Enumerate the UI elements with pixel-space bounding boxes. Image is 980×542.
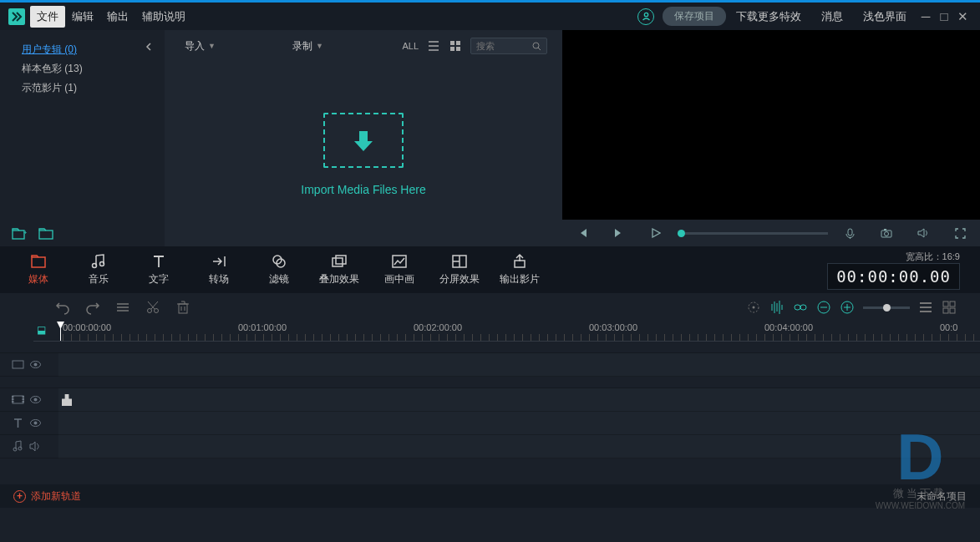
link-icon[interactable] <box>793 300 808 315</box>
messages-link[interactable]: 消息 <box>811 9 853 24</box>
ruler-time-0: 00:00:00:00 <box>63 322 111 332</box>
layout2-icon[interactable] <box>942 300 957 315</box>
search-input[interactable] <box>476 41 532 51</box>
tool-text[interactable]: 文字 <box>129 253 189 286</box>
delete-icon[interactable] <box>175 300 190 315</box>
media-dropzone[interactable]: Import Media Files Here <box>165 62 562 246</box>
tool-split[interactable]: 分屏效果 <box>429 253 490 286</box>
record-button[interactable]: 录制▼ <box>287 39 328 53</box>
light-ui-link[interactable]: 浅色界面 <box>853 9 917 24</box>
user-icon[interactable] <box>637 8 654 25</box>
track-lane-audio[interactable] <box>58 435 980 458</box>
tool-music[interactable]: 音乐 <box>69 253 129 286</box>
playhead-marker-icon[interactable]: ⬓ <box>37 324 46 336</box>
sidebar-item-user-album[interactable]: 用户专辑 (0) <box>0 40 165 59</box>
prev-frame-button[interactable] <box>572 223 592 243</box>
media-browser: 导入▼ 录制▼ ALL Import Media Files Here <box>165 30 562 246</box>
track-lane-text[interactable] <box>58 412 980 435</box>
mic-icon[interactable] <box>840 223 860 243</box>
zoom-slider[interactable] <box>863 306 910 309</box>
svg-rect-42 <box>950 308 955 313</box>
timecode-display: 00:00:00.00 <box>827 263 960 290</box>
sidebar-item-sample-colors[interactable]: 样本色彩 (13) <box>0 59 165 79</box>
save-button[interactable]: 保存项目 <box>663 7 726 26</box>
menu-output[interactable]: 输出 <box>100 6 135 28</box>
playhead[interactable] <box>60 322 61 341</box>
menu-file[interactable]: 文件 <box>30 6 65 28</box>
track-lane-video2[interactable] <box>58 388 980 412</box>
svg-rect-29 <box>179 304 187 313</box>
tool-pip[interactable]: 画中画 <box>369 253 429 286</box>
close-button[interactable]: ✕ <box>953 9 972 24</box>
zoom-out-icon[interactable] <box>816 300 831 315</box>
svg-rect-4 <box>450 41 454 45</box>
svg-point-31 <box>753 306 755 309</box>
svg-rect-10 <box>848 229 852 236</box>
svg-point-16 <box>100 262 104 266</box>
track-head-text[interactable] <box>0 412 58 435</box>
eye-icon[interactable] <box>29 358 42 371</box>
sidebar-back-button[interactable] <box>141 39 156 54</box>
track-head-video2[interactable] <box>0 388 58 412</box>
timeline-ruler[interactable]: ⬓ 00:00:00:00 00:01:00:00 00:02:00:00 00… <box>33 322 980 342</box>
svg-rect-33 <box>800 305 806 310</box>
list-view-icon[interactable] <box>427 39 440 53</box>
grid-view-icon[interactable] <box>449 39 462 53</box>
minimize-button[interactable]: ─ <box>917 9 935 23</box>
svg-rect-13 <box>884 229 886 230</box>
tool-filter[interactable]: 滤镜 <box>249 253 309 286</box>
track-head-audio[interactable] <box>0 435 58 458</box>
aspect-ratio-value: 16:9 <box>942 251 960 261</box>
zoom-in-icon[interactable] <box>840 300 855 315</box>
menu-help[interactable]: 辅助说明 <box>135 6 192 28</box>
svg-point-45 <box>34 363 38 367</box>
waveform-icon[interactable] <box>769 300 785 315</box>
sidebar-item-sample-videos[interactable]: 示范影片 (1) <box>0 79 165 98</box>
next-frame-button[interactable] <box>609 223 629 243</box>
menu-edit[interactable]: 编辑 <box>65 6 100 28</box>
video-track-icon <box>12 358 24 371</box>
folder-icon[interactable] <box>38 226 53 241</box>
svg-rect-32 <box>795 305 800 310</box>
camera-icon[interactable] <box>876 223 896 243</box>
filter-all[interactable]: ALL <box>402 41 419 51</box>
track-lane-video1[interactable] <box>58 353 980 377</box>
new-folder-icon[interactable]: + <box>12 226 27 241</box>
svg-rect-39 <box>943 301 948 306</box>
import-button[interactable]: 导入▼ <box>180 39 221 53</box>
redo-icon[interactable] <box>85 300 100 315</box>
search-box[interactable] <box>470 38 547 54</box>
tool-export[interactable]: 输出影片 <box>490 253 550 286</box>
fullscreen-icon[interactable] <box>950 223 970 243</box>
audio-track-icon <box>12 440 24 453</box>
add-track-button[interactable]: + 添加新轨道 <box>13 489 81 504</box>
menubar: 文件 编辑 输出 辅助说明 保存项目 下载更多特效 消息 浅色界面 ─ □ ✕ <box>0 0 980 30</box>
volume-icon[interactable] <box>29 440 42 453</box>
tool-transition[interactable]: 转场 <box>189 253 249 286</box>
project-name: 未命名项目 <box>917 489 967 504</box>
drop-target-icon <box>323 113 404 168</box>
preview-video[interactable] <box>562 30 980 220</box>
target-icon[interactable] <box>746 300 761 315</box>
svg-point-12 <box>885 232 889 236</box>
svg-point-27 <box>148 309 152 313</box>
undo-icon[interactable] <box>55 300 70 315</box>
ruler-time-1: 00:01:00:00 <box>238 322 287 332</box>
tool-overlay[interactable]: 叠加效果 <box>309 253 369 286</box>
search-icon <box>532 42 541 51</box>
cut-icon[interactable] <box>145 300 160 315</box>
volume-slider[interactable] <box>678 232 828 235</box>
edit-icon[interactable] <box>115 300 130 315</box>
play-button[interactable] <box>646 223 666 243</box>
maximize-button[interactable]: □ <box>935 9 953 23</box>
tool-media[interactable]: 媒体 <box>8 253 69 286</box>
speaker-icon[interactable] <box>913 223 933 243</box>
svg-rect-3 <box>39 230 53 239</box>
text-track-icon <box>12 417 24 429</box>
layout1-icon[interactable] <box>918 300 933 315</box>
eye-icon[interactable] <box>29 417 42 429</box>
eye-icon[interactable] <box>29 393 42 406</box>
track-head-video1[interactable] <box>0 353 58 377</box>
svg-rect-43 <box>13 361 23 368</box>
download-fx-link[interactable]: 下载更多特效 <box>726 9 811 24</box>
